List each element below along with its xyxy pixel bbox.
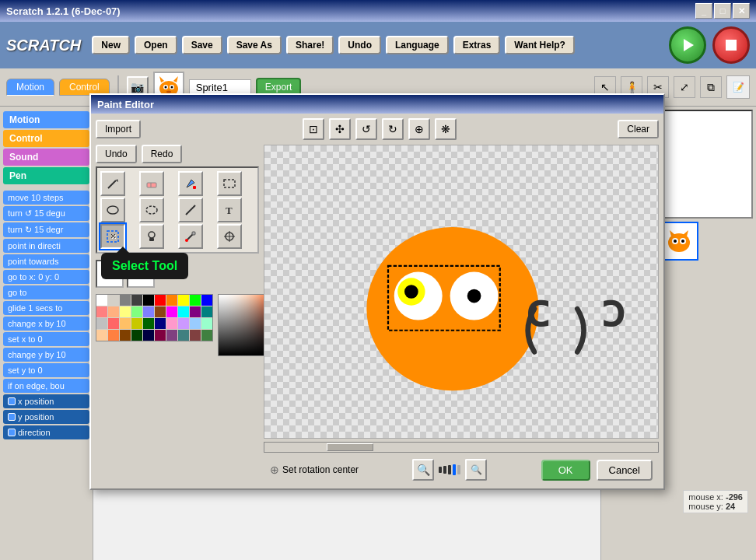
close-button[interactable]: ✕	[733, 3, 750, 19]
pe-move-icon[interactable]: ⊕	[408, 118, 430, 140]
block-glide[interactable]: glide 1 secs to	[3, 301, 89, 315]
tab-motion[interactable]: Motion	[6, 79, 54, 96]
block-turn-cw[interactable]: turn ↻ 15 degr	[3, 222, 89, 237]
block-x-position[interactable]: x position	[3, 394, 89, 408]
pe-ok-button[interactable]: OK	[541, 460, 590, 481]
color-swatch[interactable]	[143, 330, 154, 341]
block-set-x[interactable]: set x to 0	[3, 332, 89, 346]
color-swatch[interactable]	[155, 306, 166, 317]
color-swatch[interactable]	[131, 295, 142, 306]
color-swatch[interactable]	[190, 330, 201, 341]
zoom-in-button[interactable]: 🔍	[465, 459, 487, 481]
block-change-y[interactable]: change y by 10	[3, 348, 89, 362]
color-swatch[interactable]	[131, 306, 142, 317]
color-swatch[interactable]	[120, 295, 131, 306]
color-swatch[interactable]	[143, 306, 154, 317]
expand-tool[interactable]: ⤢	[674, 76, 695, 98]
pe-horizontal-scrollbar[interactable]	[264, 442, 659, 453]
set-rotation-center[interactable]: ⊕ Set rotation center	[270, 464, 359, 476]
color-swatch[interactable]	[178, 318, 189, 329]
ellipse-select-tool[interactable]	[139, 198, 164, 222]
scroll-thumb-h[interactable]	[327, 443, 373, 451]
color-swatch[interactable]	[96, 318, 107, 329]
color-swatch[interactable]	[120, 306, 131, 317]
pe-grid-icon[interactable]: ✣	[329, 118, 351, 140]
block-direction[interactable]: direction	[3, 425, 89, 439]
help-button[interactable]: Want Help?	[505, 36, 575, 54]
category-sound[interactable]: Sound	[3, 149, 89, 166]
new-button[interactable]: New	[92, 36, 130, 54]
window-controls[interactable]: _ □ ✕	[695, 3, 750, 19]
color-swatch[interactable]	[155, 330, 166, 341]
block-y-position[interactable]: y position	[3, 410, 89, 424]
zoom-out-button[interactable]: 🔍	[412, 459, 434, 481]
block-edge-bounce[interactable]: if on edge, bou	[3, 379, 89, 393]
fill-tool[interactable]	[178, 171, 203, 196]
stamp-tool[interactable]	[139, 224, 164, 249]
color-swatch[interactable]	[108, 306, 119, 317]
ellipse-tool[interactable]	[100, 198, 125, 222]
open-button[interactable]: Open	[135, 36, 177, 54]
rect-select-tool[interactable]	[217, 171, 242, 196]
pe-redo-button[interactable]: Redo	[142, 145, 183, 163]
color-swatch[interactable]	[108, 318, 119, 329]
block-turn-ccw[interactable]: turn ↺ 15 degu	[3, 206, 89, 221]
color-swatch[interactable]	[201, 295, 212, 306]
eraser-tool[interactable]	[139, 171, 164, 196]
color-swatch[interactable]	[108, 295, 119, 306]
marquee-tool[interactable]	[100, 224, 125, 249]
save-as-button[interactable]: Save As	[227, 36, 282, 54]
pe-undo-button[interactable]: Undo	[96, 145, 137, 163]
color-swatch[interactable]	[178, 330, 189, 341]
block-point-direction[interactable]: point in directi	[3, 239, 89, 253]
color-swatch[interactable]	[155, 295, 166, 306]
crosshair-tool[interactable]	[217, 224, 242, 249]
color-swatch[interactable]	[166, 318, 177, 329]
copy-tool[interactable]: ⧉	[700, 76, 722, 98]
color-swatch[interactable]	[190, 318, 201, 329]
maximize-button[interactable]: □	[714, 3, 731, 19]
stop-button[interactable]	[712, 26, 750, 64]
color-swatch[interactable]	[120, 318, 131, 329]
pe-canvas[interactable]: ᴄ ᴄ	[264, 145, 659, 439]
block-go-to-xy[interactable]: go to x: 0 y: 0	[3, 270, 89, 284]
color-swatch[interactable]	[96, 295, 107, 306]
language-button[interactable]: Language	[386, 36, 449, 54]
block-set-y[interactable]: set y to 0	[3, 363, 89, 377]
category-motion[interactable]: Motion	[3, 111, 89, 128]
color-swatch[interactable]	[143, 295, 154, 306]
color-swatch[interactable]	[201, 330, 212, 341]
block-point-towards[interactable]: point towards	[3, 254, 89, 268]
color-swatch[interactable]	[201, 306, 212, 317]
category-control[interactable]: Control	[3, 130, 89, 147]
pe-resize-icon[interactable]: ⊡	[303, 118, 324, 140]
color-swatch[interactable]	[155, 318, 166, 329]
category-pen[interactable]: Pen	[3, 167, 89, 184]
line-tool[interactable]	[178, 198, 203, 222]
green-flag-button[interactable]	[669, 26, 706, 64]
color-swatch[interactable]	[131, 330, 142, 341]
color-swatch[interactable]	[190, 295, 201, 306]
extras-button[interactable]: Extras	[453, 36, 501, 54]
color-swatch[interactable]	[178, 306, 189, 317]
pencil-tool[interactable]	[100, 171, 125, 196]
color-swatch[interactable]	[108, 330, 119, 341]
block-move[interactable]: move 10 steps	[3, 191, 89, 205]
color-swatch[interactable]	[143, 318, 154, 329]
pe-cancel-button[interactable]: Cancel	[597, 460, 653, 481]
block-go-to[interactable]: go to	[3, 285, 89, 299]
color-swatch[interactable]	[190, 306, 201, 317]
color-swatch[interactable]	[166, 306, 177, 317]
save-button[interactable]: Save	[182, 36, 222, 54]
pe-redo-icon[interactable]: ↻	[382, 118, 404, 140]
share-button[interactable]: Share!	[286, 36, 334, 54]
pe-clear-button[interactable]: Clear	[618, 120, 659, 138]
color-swatch[interactable]	[96, 330, 107, 341]
undo-button[interactable]: Undo	[338, 36, 381, 54]
color-swatch[interactable]	[166, 330, 177, 341]
color-swatch[interactable]	[201, 318, 212, 329]
color-swatch[interactable]	[166, 295, 177, 306]
text-tool[interactable]: T	[217, 198, 242, 222]
pe-undo-icon[interactable]: ↺	[355, 118, 377, 140]
color-swatch[interactable]	[96, 306, 107, 317]
